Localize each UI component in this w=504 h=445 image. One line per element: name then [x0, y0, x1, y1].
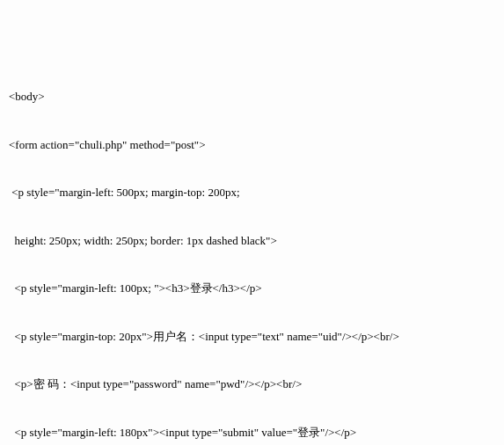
code-line: <p style="margin-top: 20px">用户名：<input t…	[9, 329, 495, 345]
code-block: <body> <form action="chuli.php" method="…	[9, 73, 495, 445]
code-line: <p>密 码：<input type="password" name="pwd"…	[9, 376, 495, 392]
code-line: <p style="margin-left: 500px; margin-top…	[9, 185, 495, 201]
code-line: <form action="chuli.php" method="post">	[9, 137, 495, 153]
code-line: <body>	[9, 89, 495, 105]
code-line: <p style="margin-left: 100px; "><h3>登录</…	[9, 281, 495, 296]
code-line: <p style="margin-left: 180px"><input typ…	[9, 425, 495, 441]
code-line: height: 250px; width: 250px; border: 1px…	[9, 233, 495, 249]
